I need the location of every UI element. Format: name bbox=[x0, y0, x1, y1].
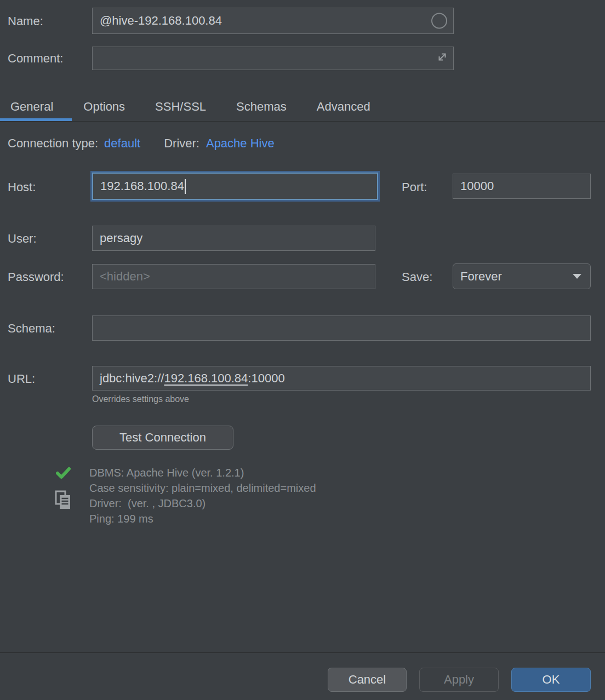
schema-input[interactable] bbox=[92, 315, 591, 341]
test-results: DBMS: Apache Hive (ver. 1.2.1) Case sens… bbox=[89, 465, 316, 526]
text-caret bbox=[185, 179, 186, 194]
comment-input[interactable] bbox=[92, 47, 454, 70]
result-dbms: DBMS: Apache Hive (ver. 1.2.1) bbox=[89, 465, 316, 480]
save-value: Forever bbox=[460, 269, 502, 284]
save-select[interactable]: Forever bbox=[453, 263, 591, 289]
connection-type-value[interactable]: default bbox=[104, 136, 140, 151]
tab-general[interactable]: General bbox=[10, 100, 53, 114]
success-check-icon bbox=[56, 467, 71, 482]
url-prefix: jdbc:hive2:// bbox=[100, 371, 164, 386]
test-connection-button[interactable]: Test Connection bbox=[92, 426, 233, 450]
password-input[interactable]: <hidden> bbox=[92, 264, 375, 289]
host-label: Host: bbox=[8, 180, 36, 194]
name-value: @hive-192.168.100.84 bbox=[100, 14, 222, 28]
tab-bar: General Options SSH/SSL Schemas Advanced bbox=[0, 92, 605, 121]
tabs-divider bbox=[0, 121, 605, 122]
host-value: 192.168.100.84 bbox=[100, 179, 184, 193]
apply-button[interactable]: Apply bbox=[419, 668, 499, 692]
url-note: Overrides settings above bbox=[92, 394, 189, 404]
port-value: 10000 bbox=[460, 179, 494, 193]
expand-icon[interactable] bbox=[416, 37, 448, 81]
port-label: Port: bbox=[402, 180, 427, 194]
user-value: persagy bbox=[100, 231, 142, 245]
result-case-sensitivity: Case sensitivity: plain=mixed, delimited… bbox=[89, 480, 316, 496]
apply-label: Apply bbox=[444, 673, 474, 687]
url-input[interactable]: jdbc:hive2://192.168.100.84:10000 bbox=[92, 366, 591, 391]
host-input[interactable]: 192.168.100.84 bbox=[92, 173, 378, 200]
circle-icon bbox=[431, 13, 447, 29]
tab-options[interactable]: Options bbox=[83, 100, 125, 114]
ok-label: OK bbox=[543, 673, 560, 687]
connection-type-row: Connection type: default Driver: Apache … bbox=[8, 136, 275, 151]
cancel-label: Cancel bbox=[349, 673, 386, 687]
schema-label: Schema: bbox=[8, 322, 55, 336]
driver-value[interactable]: Apache Hive bbox=[206, 136, 275, 151]
cancel-button[interactable]: Cancel bbox=[328, 668, 407, 692]
tab-advanced[interactable]: Advanced bbox=[317, 100, 370, 114]
ok-button[interactable]: OK bbox=[511, 668, 591, 692]
driver-label: Driver: bbox=[164, 136, 199, 151]
password-label: Password: bbox=[8, 270, 64, 284]
save-label: Save: bbox=[402, 270, 432, 284]
footer-divider bbox=[0, 652, 605, 653]
port-input[interactable]: 10000 bbox=[453, 174, 591, 199]
connection-type-label: Connection type: bbox=[8, 136, 98, 151]
user-label: User: bbox=[8, 232, 37, 246]
data-source-dialog: Name: @hive-192.168.100.84 Comment: Gene… bbox=[0, 0, 605, 700]
result-driver: Driver: (ver. , JDBC3.0) bbox=[89, 496, 316, 511]
result-ping: Ping: 199 ms bbox=[89, 511, 316, 526]
copy-icon[interactable] bbox=[55, 490, 71, 512]
url-label: URL: bbox=[8, 372, 35, 386]
chevron-down-icon bbox=[573, 274, 581, 279]
tab-ssh-ssl[interactable]: SSH/SSL bbox=[155, 100, 206, 114]
url-host: 192.168.100.84 bbox=[164, 371, 248, 386]
test-connection-label: Test Connection bbox=[119, 431, 206, 445]
password-placeholder: <hidden> bbox=[100, 269, 150, 284]
tab-schemas[interactable]: Schemas bbox=[236, 100, 287, 114]
name-label: Name: bbox=[8, 14, 43, 28]
user-input[interactable]: persagy bbox=[92, 226, 375, 251]
url-suffix: :10000 bbox=[248, 371, 284, 386]
name-input[interactable]: @hive-192.168.100.84 bbox=[92, 8, 454, 34]
comment-label: Comment: bbox=[8, 51, 63, 66]
